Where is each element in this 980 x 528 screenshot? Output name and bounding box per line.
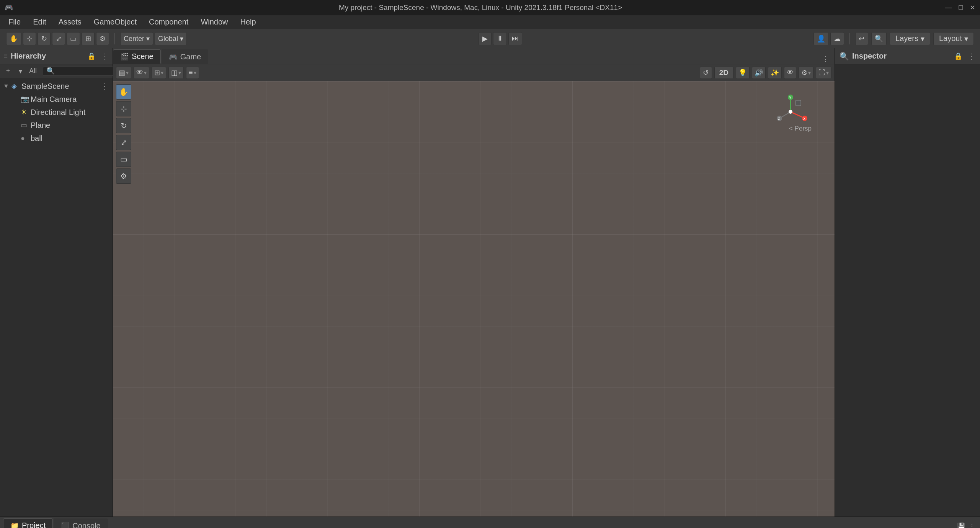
main-area: ≡ Hierarchy 🔒 ⋮ + ▾ All ▤ ▼ ◈ SampleScen… (0, 48, 980, 517)
persp-mode-button[interactable]: ↺ (700, 67, 712, 79)
scene-view-tool-button[interactable]: 👁 ▾ (134, 67, 149, 79)
scene-options-button[interactable]: ⋮ (100, 81, 109, 91)
scene-gizmo[interactable]: Y X Z (773, 93, 812, 131)
custom-tool-side-button[interactable]: ⚙ (116, 168, 131, 184)
hand-tool-side-button[interactable]: ✋ (116, 84, 131, 100)
overlay-icon: ◫ (171, 69, 178, 77)
hierarchy-more-icon[interactable]: ⋮ (99, 52, 109, 61)
layers-dropdown[interactable]: Layers ▾ (890, 32, 930, 45)
custom-tool-button[interactable]: ⚙ (96, 32, 109, 45)
tabs-more-button[interactable]: ⋮ (821, 54, 831, 64)
rect-tool-button[interactable]: ▭ (67, 32, 80, 45)
scale-tool-side-button[interactable]: ⤢ (116, 135, 131, 150)
cloud-button[interactable]: ☁ (830, 32, 844, 45)
rotate-view-icon: ↺ (703, 69, 709, 77)
menu-file[interactable]: File (3, 16, 26, 28)
console-tab-icon: ⬛ (61, 522, 69, 528)
scene-hidden-button[interactable]: 👁 (784, 67, 796, 79)
plane-label: Plane (31, 121, 50, 130)
hand-tool-button[interactable]: ✋ (6, 32, 21, 45)
tab-project[interactable]: 📁 Project (3, 518, 53, 528)
maximize-button[interactable]: □ (959, 3, 963, 12)
scene-gizmo-tool-button[interactable]: ▤ ▾ (116, 67, 131, 79)
layout-dropdown-arrow: ▾ (964, 34, 968, 43)
pivot-button[interactable]: Center ▾ (120, 32, 153, 45)
scene-overlay-tool-button[interactable]: ◫ ▾ (168, 67, 184, 79)
step-button[interactable]: ⏭ (508, 32, 522, 45)
tabs-options: ⋮ (821, 54, 835, 64)
menu-component[interactable]: Component (144, 16, 194, 28)
hierarchy-ball-item[interactable]: ▶ ● ball (0, 132, 113, 145)
scene-grid-major (113, 81, 835, 517)
minimize-button[interactable]: — (945, 3, 952, 12)
bottom-save-button[interactable]: 💾 (956, 521, 967, 528)
unity-logo-icon: 🎮 (5, 3, 13, 12)
hierarchy-arrow-button[interactable]: ▾ (15, 66, 25, 76)
menu-gameobject[interactable]: GameObject (88, 16, 142, 28)
main-camera-label: Main Camera (31, 95, 77, 104)
move-tool-side-button[interactable]: ⊹ (116, 101, 131, 116)
menu-edit[interactable]: Edit (28, 16, 51, 28)
search-button[interactable]: 🔍 (871, 32, 887, 45)
inspector-more-icon[interactable]: ⋮ (965, 52, 975, 61)
inspector-tab-icon: 🔍 (840, 52, 849, 61)
snap-dropdown-icon: ▾ (161, 70, 163, 76)
rotate-tool-button[interactable]: ↻ (38, 32, 51, 45)
transform-tools-group: ✋ ⊹ ↻ ⤢ ▭ ⊞ ⚙ (6, 32, 109, 45)
center-area: 🎬 Scene 🎮 Game ⋮ ▤ ▾ (113, 48, 980, 517)
rect-tool-side-button[interactable]: ▭ (116, 152, 131, 167)
fx-toggle-button[interactable]: ✨ (768, 67, 782, 79)
game-tab-label: Game (180, 52, 201, 61)
hierarchy-scene-item[interactable]: ▼ ◈ SampleScene ⋮ (0, 80, 113, 93)
pivot-group: Center ▾ Global ▾ (120, 32, 187, 45)
global-button[interactable]: Global ▾ (155, 32, 187, 45)
directional-light-label: Directional Light (31, 108, 85, 117)
hierarchy-directional-light-item[interactable]: ▶ ☀ Directional Light (0, 106, 113, 119)
hierarchy-lock-icon[interactable]: 🔒 (87, 52, 96, 60)
camera-icon: 📷 (21, 95, 29, 103)
inspector-content (835, 64, 980, 517)
inspector-panel: 🔍 Inspector 🔒 ⋮ (835, 48, 980, 517)
scene-snap-tool-button[interactable]: ⊞ ▾ (152, 67, 166, 79)
audio-icon: 🔊 (755, 69, 763, 77)
tab-scene[interactable]: 🎬 Scene (113, 49, 161, 64)
menu-help[interactable]: Help (235, 16, 261, 28)
play-button[interactable]: ▶ (479, 32, 492, 45)
layers-label: Layers (895, 34, 918, 43)
scene-fullscreen-button[interactable]: ⛶ ▾ (816, 67, 831, 79)
ball-icon: ● (21, 134, 29, 142)
menu-assets[interactable]: Assets (53, 16, 87, 28)
toolbar: ✋ ⊹ ↻ ⤢ ▭ ⊞ ⚙ Center ▾ Global ▾ ▶ ⏸ ⏭ 👤 … (0, 29, 980, 48)
rotate-tool-side-button[interactable]: ↻ (116, 118, 131, 133)
close-button[interactable]: ✕ (970, 3, 975, 12)
tab-console[interactable]: ⬛ Console (54, 518, 108, 528)
scene-viewport[interactable]: ✋ ⊹ ↻ ⤢ ▭ ⚙ Y (113, 81, 835, 517)
scale-tool-button[interactable]: ⤢ (52, 32, 65, 45)
account-button[interactable]: 👤 (813, 32, 829, 45)
scene-side-tools: ✋ ⊹ ↻ ⤢ ▭ ⚙ (116, 84, 131, 184)
audio-toggle-button[interactable]: 🔊 (752, 67, 766, 79)
hidden-icon: 👁 (787, 69, 794, 77)
hierarchy-main-camera-item[interactable]: ▶ 📷 Main Camera (0, 93, 113, 106)
pause-button[interactable]: ⏸ (493, 32, 507, 45)
menu-window[interactable]: Window (195, 16, 233, 28)
play-controls-group: ▶ ⏸ ⏭ (479, 32, 522, 45)
gizmo-svg: Y X Z (773, 93, 808, 127)
hierarchy-plane-item[interactable]: ▶ ▭ Plane (0, 119, 113, 132)
light-toggle-button[interactable]: 💡 (736, 67, 750, 79)
hierarchy-add-button[interactable]: + (3, 66, 13, 76)
scene-settings-button[interactable]: ⚙ ▾ (799, 67, 813, 79)
game-tab-icon: 🎮 (169, 53, 177, 61)
gizmo-dropdown-icon: ▾ (126, 70, 129, 76)
2d-mode-button[interactable]: 2D (714, 67, 733, 79)
inspector-lock-icon[interactable]: 🔒 (954, 52, 962, 60)
tab-game[interactable]: 🎮 Game (162, 49, 208, 64)
transform-tool-button[interactable]: ⊞ (82, 32, 95, 45)
bottom-more-button[interactable]: ⋮ (967, 521, 977, 528)
layout-dropdown[interactable]: Layout ▾ (933, 32, 974, 45)
bottom-area: 📁 Project ⬛ Console 💾 ⋮ + ▾ ▶ ★ Favorite… (0, 517, 980, 528)
move-tool-button[interactable]: ⊹ (23, 32, 36, 45)
history-button[interactable]: ↩ (855, 32, 868, 45)
scene-layers-tool-button[interactable]: ≡ ▾ (186, 67, 199, 79)
hierarchy-header: ≡ Hierarchy 🔒 ⋮ (0, 48, 113, 64)
